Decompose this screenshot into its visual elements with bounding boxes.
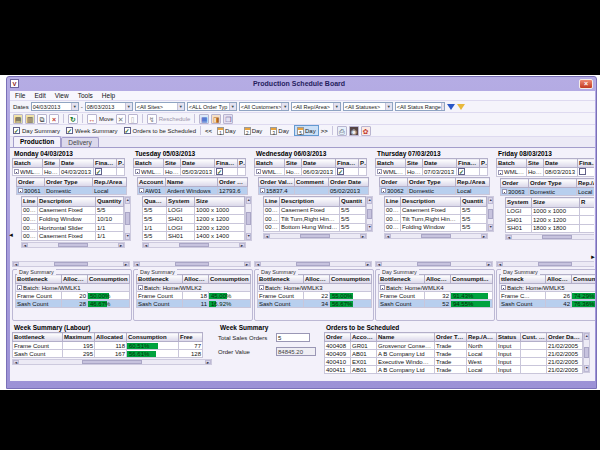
scrollbar-thumb[interactable]: [300, 234, 331, 238]
cell[interactable]: 1000 x 1000: [195, 206, 245, 215]
menu-edit[interactable]: Edit: [34, 92, 45, 99]
total-sales-orders-field[interactable]: 5: [276, 333, 310, 342]
horizontal-scrollbar[interactable]: ◄►: [21, 242, 125, 248]
order-id[interactable]: 30063: [501, 188, 529, 196]
scroll-left-icon[interactable]: ◄: [22, 243, 28, 247]
filter-combo-0[interactable]: <All Sites>▼: [135, 102, 185, 111]
next-days-button[interactable]: >>: [321, 128, 328, 134]
export-icon[interactable]: ◨: [211, 114, 221, 124]
filter-combo-4[interactable]: <All Statuses>▼: [343, 102, 393, 111]
cell[interactable]: 1/1: [96, 223, 124, 232]
order-id[interactable]: AW01: [138, 187, 166, 195]
scroll-left-icon[interactable]: ◄: [376, 262, 382, 266]
cell[interactable]: [521, 358, 547, 366]
scroll-left-icon[interactable]: ◄: [134, 262, 140, 266]
cell[interactable]: 400411: [325, 366, 351, 374]
horizontal-scrollbar[interactable]: ◄►: [254, 261, 372, 267]
cell[interactable]: Local: [467, 366, 497, 374]
cell[interactable]: 10/10: [96, 215, 124, 224]
menu-file[interactable]: File: [15, 92, 25, 99]
allocated-value[interactable]: 28: [62, 300, 88, 308]
cell[interactable]: 0001: [22, 206, 38, 215]
cell[interactable]: North: [467, 342, 497, 350]
day-range-button-2-day[interactable]: 2Day: [241, 125, 266, 136]
horizontal-scrollbar[interactable]: ◄ ►: [12, 359, 212, 365]
cell[interactable]: AB01: [351, 350, 377, 358]
cell[interactable]: 0003: [264, 215, 280, 223]
cell[interactable]: 5/5: [461, 223, 487, 232]
allocated-value[interactable]: 18: [183, 292, 209, 300]
cell[interactable]: [580, 224, 595, 233]
scrollbar-thumb[interactable]: [488, 209, 493, 219]
cell[interactable]: 5/5: [143, 232, 167, 241]
cell[interactable]: 1200 x 1200: [195, 215, 245, 224]
print-icon[interactable]: ⎙: [337, 126, 347, 136]
cell[interactable]: Input: [497, 358, 521, 366]
scrollbar-thumb[interactable]: [175, 262, 210, 266]
cell[interactable]: Local: [577, 188, 595, 196]
cell[interactable]: Trade: [435, 342, 467, 350]
order-id[interactable]: 15837.4: [259, 187, 295, 195]
finalised-checkbox[interactable]: ✓: [336, 168, 359, 176]
scroll-right-icon[interactable]: ►: [118, 243, 124, 247]
scroll-up-icon[interactable]: ▲: [488, 197, 493, 204]
cell[interactable]: 5/5: [461, 206, 487, 214]
cell[interactable]: 21/02/2005: [547, 366, 583, 374]
cell[interactable]: 12793.6: [218, 187, 248, 195]
scroll-left-icon[interactable]: ◄: [385, 234, 391, 238]
cell[interactable]: LOGI: [506, 207, 532, 215]
checkbox[interactable]: ✓: [337, 168, 344, 175]
view-checkbox-2[interactable]: ✓Orders to be Scheduled: [124, 127, 196, 134]
cell[interactable]: Local: [467, 350, 497, 358]
order-id[interactable]: 30061: [17, 187, 45, 195]
expand-icon[interactable]: [380, 285, 385, 290]
batch-id[interactable]: WMLK1: [13, 168, 43, 176]
panel-scroll-left-icon[interactable]: ◄: [8, 232, 14, 238]
consumption-cell[interactable]: 91.43%: [451, 292, 493, 300]
cell[interactable]: GR01: [351, 342, 377, 350]
cell[interactable]: 0004: [22, 223, 38, 232]
cell[interactable]: 1000 x 1000: [532, 207, 580, 215]
vertical-scrollbar[interactable]: ▲▼: [366, 196, 373, 232]
allocated-value[interactable]: 118: [95, 342, 127, 350]
cell[interactable]: Grosvenor Conservatories: [377, 342, 435, 350]
free-value[interactable]: 77: [179, 342, 203, 350]
scrollbar-thumb[interactable]: [179, 243, 210, 247]
cell[interactable]: 400409: [325, 350, 351, 358]
scroll-left-icon[interactable]: ◄: [506, 235, 512, 239]
scroll-left-icon[interactable]: ◄: [497, 262, 503, 266]
bottleneck-name[interactable]: Sash Count: [379, 300, 425, 308]
expand-icon[interactable]: [381, 188, 386, 193]
cell[interactable]: 1200 x 1200: [532, 216, 580, 224]
horizontal-scrollbar[interactable]: ◄►: [496, 261, 594, 267]
consumption-cell[interactable]: 50.00%: [88, 292, 130, 300]
cell[interactable]: Casement Fixed: [38, 232, 96, 241]
scrollbar-thumb[interactable]: [125, 212, 130, 225]
cell[interactable]: 0003: [22, 215, 38, 224]
summary-batch-label[interactable]: Batch: Home/WMLK1: [16, 284, 130, 292]
expand-icon[interactable]: [14, 169, 19, 174]
cell[interactable]: 0003: [385, 223, 401, 232]
cell[interactable]: Domestic: [529, 188, 577, 196]
cell[interactable]: Domestic: [408, 187, 456, 195]
checkbox[interactable]: ✓: [458, 168, 465, 175]
cell[interactable]: [117, 168, 125, 176]
batch-id[interactable]: WMLK5: [497, 168, 527, 177]
bottleneck-name[interactable]: Sash Count: [16, 300, 62, 308]
summary-batch-label[interactable]: Batch: Home/WMLK5: [500, 284, 596, 292]
panel-scroll-right-icon[interactable]: ►: [590, 254, 596, 260]
scroll-down-icon[interactable]: ▼: [367, 224, 372, 231]
copy-icon[interactable]: ⧉: [37, 114, 47, 124]
chevron-down-icon[interactable]: ▼: [125, 103, 132, 110]
site[interactable]: Home: [285, 168, 302, 176]
scroll-right-icon[interactable]: ►: [486, 262, 492, 266]
batch-id[interactable]: WMLK2: [134, 168, 164, 176]
scroll-right-icon[interactable]: ►: [481, 234, 487, 238]
allocated-value[interactable]: 167: [95, 350, 127, 358]
calendar-icon[interactable]: ▦: [199, 114, 209, 124]
scrollbar-thumb[interactable]: [542, 235, 573, 239]
scroll-right-icon[interactable]: ►: [123, 262, 129, 266]
tab-production[interactable]: Production: [13, 136, 61, 147]
cell[interactable]: Folding Window: [401, 223, 461, 232]
vertical-scrollbar[interactable]: ▲▼: [487, 196, 494, 232]
